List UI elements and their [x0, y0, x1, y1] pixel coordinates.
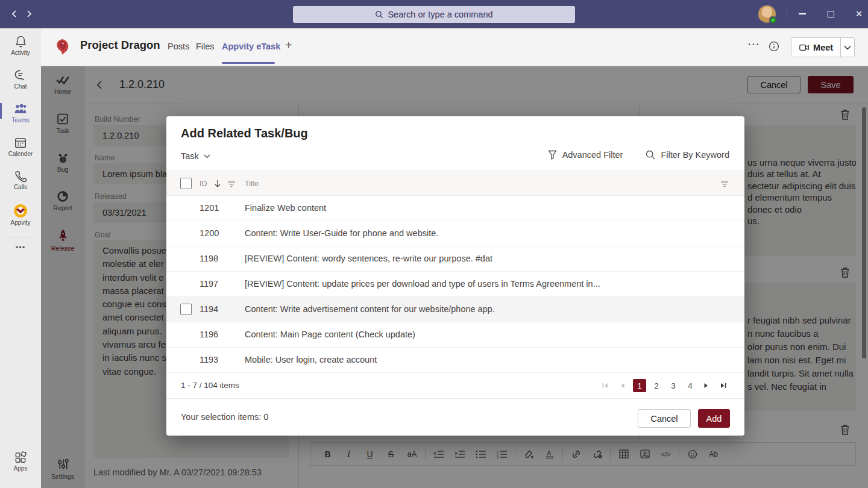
- sort-descending-icon[interactable]: [214, 180, 221, 188]
- selection-count-text: Your selection items: 0: [181, 412, 268, 422]
- active-tab-underline: [222, 62, 275, 64]
- funnel-icon: [548, 150, 557, 160]
- teams-window: Search or type a command ✓ × Activity Ch…: [0, 0, 868, 488]
- page-number-1[interactable]: 1: [633, 379, 646, 392]
- table-row[interactable]: 1198 [REVIEW] Content: wordy sentences, …: [166, 246, 744, 272]
- bell-icon: [14, 34, 28, 49]
- tab-appvity-etask[interactable]: Appvity eTask: [222, 42, 280, 51]
- previous-page-icon[interactable]: [616, 380, 628, 392]
- next-page-icon[interactable]: [700, 380, 712, 392]
- add-related-task-modal: Add Related Task/Bug Task Advanced Filte…: [166, 116, 744, 436]
- column-header-title[interactable]: Title: [245, 180, 259, 188]
- column-header-id[interactable]: ID: [200, 180, 207, 188]
- calendar-icon: [13, 136, 28, 150]
- meet-button[interactable]: Meet: [813, 43, 833, 52]
- more-apps-icon[interactable]: •••: [0, 243, 41, 252]
- appvity-logo-icon: [13, 203, 28, 219]
- meet-dropdown-button[interactable]: [841, 45, 854, 50]
- row-checkbox[interactable]: [180, 304, 192, 315]
- info-icon[interactable]: [769, 41, 779, 54]
- search-icon: [375, 10, 383, 19]
- teams-people-icon: [13, 102, 28, 116]
- modal-add-button[interactable]: Add: [698, 409, 730, 428]
- page-number-4[interactable]: 4: [684, 379, 697, 392]
- team-logo-dragon: [52, 37, 72, 57]
- sidebar-item-teams[interactable]: Teams: [0, 102, 41, 124]
- search-icon: [646, 150, 655, 160]
- table-header: ID Title: [166, 170, 744, 196]
- select-all-checkbox[interactable]: [180, 178, 192, 189]
- tab-posts[interactable]: Posts: [168, 42, 189, 51]
- channel-header: Project Dragon Posts Files Appvity eTask…: [41, 28, 868, 66]
- tab-files[interactable]: Files: [196, 42, 215, 51]
- sidebar-item-chat[interactable]: Chat: [0, 68, 41, 90]
- title-filter-icon[interactable]: [720, 181, 729, 187]
- sidebar-item-appvity[interactable]: Appvity: [0, 203, 41, 226]
- chevron-down-icon: [844, 45, 851, 50]
- forward-icon[interactable]: [22, 7, 36, 21]
- close-button[interactable]: ×: [846, 5, 868, 22]
- sidebar-item-activity[interactable]: Activity: [0, 34, 41, 56]
- teams-app-rail: Activity Chat Teams Calender Calls Appvi…: [0, 28, 41, 488]
- filter-by-keyword-button[interactable]: Filter By Keyword: [646, 150, 729, 160]
- minimize-button[interactable]: [790, 5, 815, 22]
- sidebar-item-calls[interactable]: Calls: [0, 169, 41, 190]
- chevron-down-icon: [204, 154, 210, 158]
- sidebar-item-calendar[interactable]: Calender: [0, 136, 41, 157]
- first-page-icon[interactable]: [599, 380, 611, 392]
- title-bar: Search or type a command ✓ ×: [0, 0, 868, 28]
- meet-split-button: Meet: [791, 37, 855, 57]
- last-page-icon[interactable]: [717, 380, 729, 392]
- camera-icon: [799, 43, 809, 52]
- table-row[interactable]: 1197 [REVIEW] Content: update prices per…: [166, 272, 744, 297]
- team-name: Project Dragon: [80, 39, 160, 52]
- modal-cancel-button[interactable]: Cancel: [638, 409, 691, 428]
- pagination-bar: 1 - 7 / 104 items 1 2 3 4: [166, 373, 744, 398]
- modal-footer: Your selection items: 0 Cancel Add: [166, 398, 744, 436]
- page-number-3[interactable]: 3: [667, 379, 680, 392]
- table-row-hovered[interactable]: 1194 Content: Write advertisement conten…: [166, 297, 744, 322]
- status-available-icon: ✓: [769, 16, 777, 24]
- more-options-icon[interactable]: ⋯: [747, 37, 760, 51]
- type-filter-dropdown[interactable]: Task: [181, 151, 210, 161]
- id-filter-icon[interactable]: [227, 181, 236, 187]
- add-tab-icon[interactable]: +: [285, 39, 292, 52]
- phone-icon: [14, 169, 28, 183]
- table-row[interactable]: 1193 Mobile: User login, create account: [166, 348, 744, 373]
- table-row[interactable]: 1200 Content: Write User-Guide for phone…: [166, 221, 744, 246]
- apps-grid-icon: [13, 450, 28, 465]
- modal-title: Add Related Task/Bug: [181, 127, 308, 140]
- search-input[interactable]: Search or type a command: [293, 6, 575, 23]
- table-row[interactable]: 1196 Content: Main Page content (Check u…: [166, 322, 744, 348]
- sidebar-item-apps[interactable]: Apps: [0, 450, 41, 472]
- chat-icon: [13, 68, 28, 83]
- back-icon[interactable]: [7, 7, 22, 21]
- page-number-2[interactable]: 2: [650, 379, 663, 392]
- items-range-text: 1 - 7 / 104 items: [181, 381, 239, 390]
- titlebar-divider: [787, 6, 787, 22]
- maximize-button[interactable]: [818, 5, 843, 22]
- advanced-filter-button[interactable]: Advanced Filter: [548, 150, 623, 160]
- avatar[interactable]: ✓: [758, 5, 776, 23]
- search-placeholder: Search or type a command: [388, 10, 492, 19]
- table-row[interactable]: 1201 Finalize Web content: [166, 196, 744, 221]
- rail-divider: [8, 237, 33, 237]
